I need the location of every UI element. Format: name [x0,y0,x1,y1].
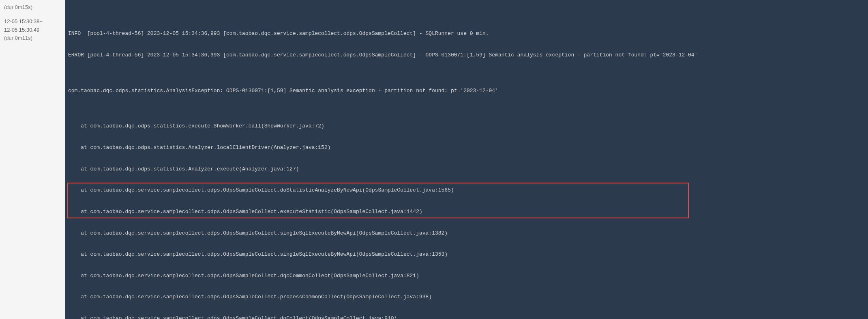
sidebar: (dur 0m15s) 12-05 15:30:38~ 12-05 15:30:… [0,0,65,319]
log-line: at com.taobao.dqc.odps.statistics.Analyz… [68,144,868,151]
log-line: at com.taobao.dqc.service.samplecollect.… [68,230,868,237]
log-line: at com.taobao.dqc.service.samplecollect.… [68,251,868,258]
time-block-1: 12-05 15:30:38~ 12-05 15:30:49 (dur 0m11… [4,17,61,43]
log-line: com.taobao.dqc.odps.statistics.AnalysisE… [68,87,868,95]
log-line: at com.taobao.dqc.odps.statistics.execut… [68,123,868,130]
log-line: at com.taobao.dqc.odps.statistics.Analyz… [68,166,868,173]
time-duration: (dur 0m15s) [4,3,61,12]
log-line: ERROR [pool-4-thread-56] 2023-12-05 15:3… [68,52,868,59]
log-line: INFO [pool-4-thread-56] 2023-12-05 15:34… [68,30,868,37]
time-start: 12-05 15:30:38~ [4,17,61,26]
log-line: at com.taobao.dqc.service.samplecollect.… [68,293,868,301]
time-block-0: (dur 0m15s) [4,3,61,12]
log-output[interactable]: INFO [pool-4-thread-56] 2023-12-05 15:34… [65,0,868,319]
log-line: at com.taobao.dqc.service.samplecollect.… [68,315,868,319]
log-line: at com.taobao.dqc.service.samplecollect.… [68,187,868,194]
log-line: at com.taobao.dqc.service.samplecollect.… [68,272,868,280]
time-duration: (dur 0m11s) [4,34,61,43]
time-end: 12-05 15:30:49 [4,26,61,34]
log-line: at com.taobao.dqc.service.samplecollect.… [68,208,868,216]
